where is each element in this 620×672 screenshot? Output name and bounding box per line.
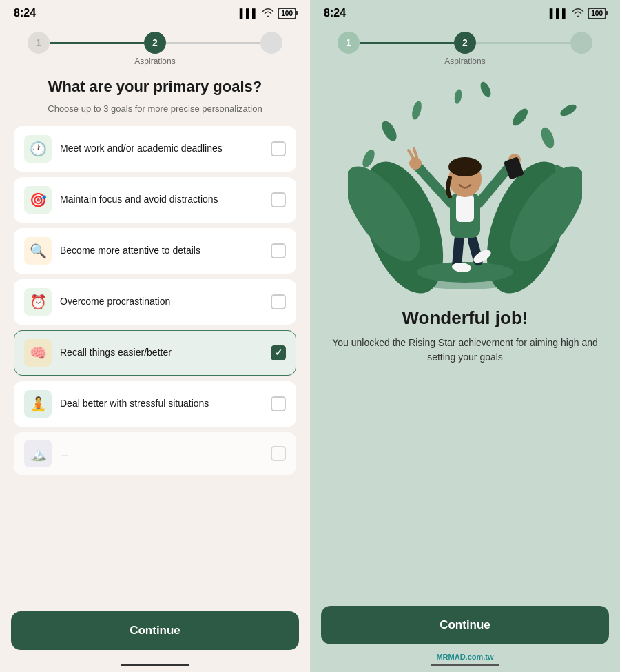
wifi-icon-left [262,8,274,19]
goal-text-4: Overcome procrastination [60,295,262,309]
left-panel: 8:24 ▌▌▌ 100 1 2 [0,0,310,672]
step2-left: 2 [144,32,166,54]
battery-icon-left: 100 [278,8,296,19]
goal-text-3: Become more attentive to details [60,244,262,258]
goal-item-partial[interactable]: 🏔️ ... [14,432,296,475]
step-line2-left [166,42,260,44]
svg-point-9 [559,102,579,118]
continue-button-left[interactable]: Continue [11,611,299,650]
goal-icon-1: 🕐 [24,135,52,163]
goal-icon-5: 🧠 [24,339,52,367]
goal-text-partial: ... [60,447,262,460]
svg-point-8 [539,125,557,150]
home-indicator-right [431,664,499,666]
svg-point-13 [478,81,493,99]
time-left: 8:24 [14,7,36,19]
goal-icon-3: 🔍 [24,237,52,265]
step-line1-left [50,42,144,44]
page-subtitle: Choose up to 3 goals for more precise pe… [14,103,296,115]
goal-checkbox-4[interactable] [271,294,286,309]
stepper-label-left: Aspirations [14,57,296,66]
goal-item-3[interactable]: 🔍 Become more attentive to details [14,228,296,274]
time-right: 8:24 [324,7,346,19]
stepper-right: 1 2 [324,26,606,57]
home-indicator-left [121,664,189,666]
step3-left [260,32,282,54]
goal-item-6[interactable]: 🧘 Deal better with stressful situations [14,381,296,427]
step-line1-right [360,42,454,44]
goal-list: 🕐 Meet work and/or academic deadlines 🎯 … [14,126,296,475]
goal-checkbox-1[interactable] [271,141,286,156]
goal-icon-partial: 🏔️ [24,440,52,467]
wifi-icon-right [572,8,584,19]
step1-right: 1 [338,32,360,54]
step3-right [570,32,592,54]
stepper-left: 1 2 [14,26,296,57]
signal-icon-right: ▌▌▌ [550,8,569,19]
watermark: MRMAD.com.tw [310,653,620,661]
svg-point-7 [510,106,530,128]
goal-checkbox-3[interactable] [271,243,286,258]
page-title: What are your primary goals? [14,77,296,97]
goal-checkbox-2[interactable] [271,192,286,207]
goal-checkbox-6[interactable] [271,396,286,411]
celebration-title: Wonderful job! [402,307,528,329]
right-panel: 8:24 ▌▌▌ 100 1 2 [310,0,620,672]
stepper-label-right: Aspirations [324,57,606,66]
goal-text-6: Deal better with stressful situations [60,397,262,411]
svg-point-5 [379,119,400,143]
celebration-illustration [348,76,582,296]
status-bar-right: 8:24 ▌▌▌ 100 [310,0,620,23]
svg-point-23 [409,157,422,170]
left-content: What are your primary goals? Choose up t… [0,69,310,604]
right-content: Wonderful job! You unlocked the Rising S… [310,69,620,599]
goal-item-2[interactable]: 🎯 Maintain focus and avoid distractions [14,177,296,223]
signal-icon-left: ▌▌▌ [240,8,259,19]
svg-point-26 [448,157,482,176]
goal-item-4[interactable]: ⏰ Overcome procrastination [14,279,296,325]
goal-text-5: Recall things easier/better [60,346,262,360]
battery-icon-right: 100 [588,8,606,19]
svg-line-28 [409,150,413,159]
goal-item-1[interactable]: 🕐 Meet work and/or academic deadlines [14,126,296,172]
status-icons-left: ▌▌▌ 100 [240,8,296,19]
goal-item-5[interactable]: 🧠 Recall things easier/better [14,330,296,376]
status-bar-left: 8:24 ▌▌▌ 100 [0,0,310,23]
step-line2-right [476,42,570,44]
svg-rect-20 [456,194,474,222]
celebration-subtitle: You unlocked the Rising Star achievement… [324,336,606,365]
goal-icon-4: ⏰ [24,288,52,316]
status-icons-right: ▌▌▌ 100 [550,8,606,19]
svg-point-6 [411,100,424,121]
goal-icon-2: 🎯 [24,186,52,214]
goal-text-2: Maintain focus and avoid distractions [60,193,262,207]
continue-button-right[interactable]: Continue [321,606,609,644]
goal-text-1: Meet work and/or academic deadlines [60,142,262,156]
svg-point-12 [453,88,463,104]
goal-checkbox-partial[interactable] [271,446,286,461]
goal-icon-6: 🧘 [24,390,52,418]
goal-checkbox-5[interactable] [271,345,286,360]
step2-right: 2 [454,32,476,54]
step1-left: 1 [28,32,50,54]
svg-line-29 [414,149,417,157]
